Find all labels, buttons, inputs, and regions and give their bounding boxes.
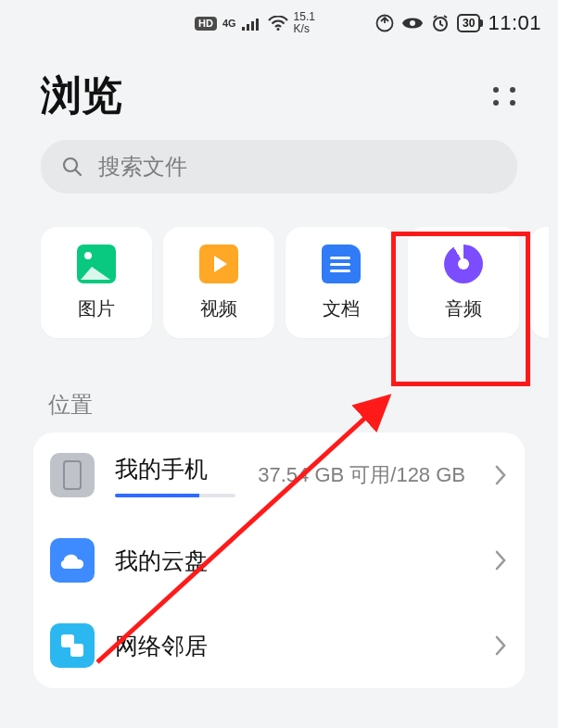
storage-text: 37.54 GB 可用/128 GB	[258, 461, 465, 489]
battery-icon: 30	[457, 14, 480, 32]
chevron-right-icon	[493, 634, 508, 657]
signal-bars-icon	[242, 16, 262, 31]
svg-rect-13	[70, 644, 83, 657]
category-images[interactable]: 图片	[41, 227, 152, 338]
alarm-icon	[431, 14, 450, 32]
svg-point-4	[276, 28, 279, 31]
more-menu-button[interactable]	[491, 83, 517, 109]
page-title: 浏览	[41, 69, 122, 123]
svg-rect-11	[65, 462, 80, 488]
location-my-cloud[interactable]: 我的云盘	[50, 518, 508, 603]
network-speed: 15.1 K/s	[294, 11, 315, 35]
svg-point-6	[410, 20, 415, 26]
svg-rect-2	[251, 21, 254, 31]
network-4g-icon: 4G	[222, 19, 236, 29]
category-label: 文档	[323, 296, 360, 321]
status-bar: HD 4G 15.1 K/s	[0, 0, 558, 46]
sync-icon	[375, 14, 394, 32]
eye-icon	[401, 16, 424, 31]
phone-icon	[50, 453, 95, 497]
category-video[interactable]: 视频	[163, 227, 274, 338]
audio-icon	[444, 245, 483, 283]
svg-rect-3	[256, 19, 259, 31]
search-icon	[61, 156, 83, 178]
category-next-peek[interactable]	[530, 227, 549, 338]
svg-line-9	[76, 170, 82, 176]
wifi-icon	[268, 16, 288, 31]
network-icon	[50, 623, 95, 668]
storage-progress	[115, 494, 235, 497]
svg-rect-1	[247, 24, 249, 31]
category-label: 音频	[445, 296, 482, 321]
location-network-neighbors[interactable]: 网络邻居	[50, 603, 508, 688]
category-label: 视频	[200, 296, 237, 321]
section-locations-label: 位置	[0, 338, 558, 433]
category-docs[interactable]: 文档	[286, 227, 397, 338]
location-title: 网络邻居	[115, 631, 473, 661]
category-label: 图片	[78, 296, 115, 321]
category-row[interactable]: 图片 视频 文档 音频	[0, 227, 558, 338]
category-audio[interactable]: 音频	[408, 227, 519, 338]
chevron-right-icon	[493, 549, 508, 571]
search-input[interactable]	[98, 154, 497, 180]
svg-rect-0	[242, 27, 245, 31]
locations-list: 我的手机 37.54 GB 可用/128 GB 我的云盘	[33, 433, 525, 688]
document-icon	[322, 245, 361, 283]
clock-time: 11:01	[488, 11, 541, 35]
image-icon	[77, 245, 116, 283]
location-title: 我的云盘	[115, 546, 473, 576]
video-icon	[199, 245, 238, 283]
search-bar[interactable]	[41, 140, 517, 194]
hd-badge: HD	[195, 17, 217, 31]
cloud-icon	[50, 538, 95, 583]
location-title: 我的手机	[115, 454, 237, 484]
location-my-phone[interactable]: 我的手机 37.54 GB 可用/128 GB	[50, 433, 508, 518]
chevron-right-icon	[493, 464, 508, 486]
